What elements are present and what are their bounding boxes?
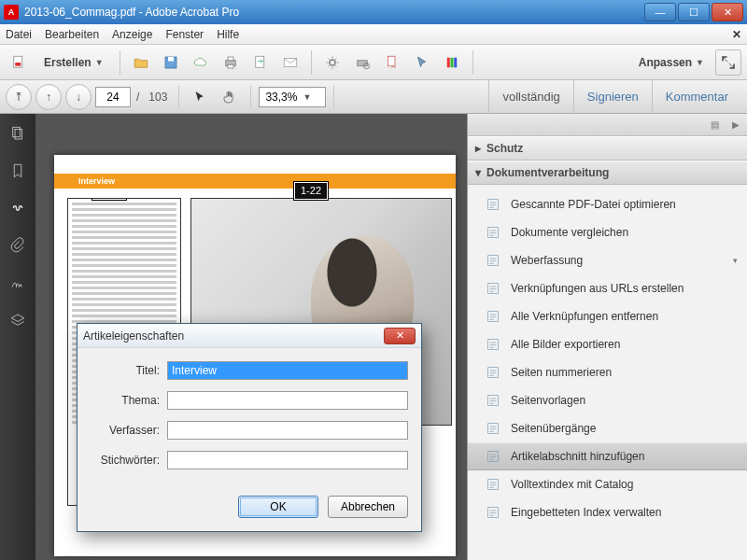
prev-page-icon[interactable]: ↑ bbox=[35, 84, 62, 110]
panel-item-0[interactable]: Gescannte PDF-Datei optimieren bbox=[468, 190, 747, 218]
panel-item-4[interactable]: Alle Verknüpfungen entfernen bbox=[468, 302, 747, 330]
panel-collapse-icon[interactable]: ▶ bbox=[732, 119, 740, 130]
print-settings-icon[interactable] bbox=[349, 49, 375, 76]
panel-item-11[interactable]: Eingebetteten Index verwalten bbox=[468, 498, 747, 526]
link-vollstandig[interactable]: vollständig bbox=[488, 80, 572, 114]
thumbnails-icon[interactable] bbox=[7, 123, 28, 144]
number-pages-icon bbox=[485, 364, 501, 381]
article-badge[interactable]: 1-20 bbox=[92, 198, 126, 200]
input-titel[interactable] bbox=[167, 361, 408, 380]
app-icon: A bbox=[4, 5, 19, 20]
window-titlebar: A 2013-06_Commag.pdf - Adobe Acrobat Pro… bbox=[0, 0, 747, 24]
svg-rect-27 bbox=[488, 452, 499, 462]
signatures-icon[interactable] bbox=[7, 273, 28, 293]
bookmarks-icon[interactable] bbox=[7, 161, 28, 181]
articles-icon[interactable] bbox=[7, 198, 28, 218]
link-kommentar[interactable]: Kommentar bbox=[652, 80, 741, 114]
color-tool-icon[interactable] bbox=[439, 49, 465, 76]
input-verfasser[interactable] bbox=[167, 421, 408, 440]
panel-item-6[interactable]: Seiten nummerieren bbox=[468, 358, 747, 386]
save-icon[interactable] bbox=[158, 49, 184, 76]
gear-icon[interactable] bbox=[319, 49, 345, 76]
input-thema[interactable] bbox=[167, 391, 408, 410]
link-create-icon bbox=[485, 280, 501, 297]
panel-item-1[interactable]: Dokumente vergleichen bbox=[468, 218, 747, 246]
next-page-icon[interactable]: ↓ bbox=[65, 84, 92, 110]
panel-item-5[interactable]: Alle Bilder exportieren bbox=[468, 330, 747, 358]
open-icon[interactable] bbox=[128, 49, 154, 76]
svg-rect-5 bbox=[228, 57, 233, 61]
section-schutz[interactable]: ▸Schutz bbox=[468, 136, 747, 161]
svg-rect-21 bbox=[488, 284, 499, 294]
maximize-button[interactable]: ☐ bbox=[678, 3, 710, 21]
scanner-icon bbox=[485, 196, 501, 213]
ok-button[interactable]: OK bbox=[238, 496, 318, 518]
panel-item-10[interactable]: Volltextindex mit Catalog bbox=[468, 470, 747, 498]
panel-item-label: Artikelabschnitt hinzufügen bbox=[511, 450, 644, 463]
share-icon[interactable] bbox=[247, 49, 274, 76]
menu-hilfe[interactable]: Hilfe bbox=[217, 28, 239, 41]
panel-item-label: Alle Verknüpfungen entfernen bbox=[511, 310, 658, 323]
menu-anzeige[interactable]: Anzeige bbox=[112, 28, 152, 41]
panel-item-label: Dokumente vergleichen bbox=[511, 226, 628, 239]
navigation-toolbar: ⤒ ↑ ↓ / 103 33,3%▼ vollständig Signieren… bbox=[0, 80, 747, 114]
menu-bearbeiten[interactable]: Bearbeiten bbox=[45, 28, 99, 41]
dialog-titlebar[interactable]: Artikeleigenschaften ✕ bbox=[78, 324, 421, 348]
article-add-icon bbox=[485, 448, 501, 465]
page-section-label: Interview bbox=[71, 174, 122, 189]
section-dokumentverarbeitung[interactable]: ▾Dokumentverarbeitung bbox=[468, 161, 747, 185]
email-icon[interactable] bbox=[277, 49, 303, 76]
menu-datei[interactable]: Datei bbox=[6, 28, 32, 41]
create-button[interactable]: Erstellen▼ bbox=[35, 49, 112, 76]
chevron-right-icon: ▸ bbox=[475, 142, 481, 155]
create-pdf-icon[interactable] bbox=[6, 49, 32, 76]
minimize-button[interactable]: — bbox=[644, 3, 676, 21]
document-close-icon[interactable]: ✕ bbox=[732, 28, 741, 41]
svg-rect-6 bbox=[228, 64, 233, 68]
chevron-down-icon: ▾ bbox=[733, 256, 738, 265]
cancel-button[interactable]: Abbrechen bbox=[328, 496, 408, 518]
dialog-close-button[interactable]: ✕ bbox=[384, 328, 416, 344]
input-stichworter[interactable] bbox=[167, 451, 408, 469]
customize-button[interactable]: Anpassen▼ bbox=[631, 49, 712, 76]
svg-rect-1 bbox=[15, 63, 21, 66]
panel-item-3[interactable]: Verknüpfungen aus URLs erstellen bbox=[468, 274, 747, 302]
panel-item-2[interactable]: Weberfassung▾ bbox=[468, 246, 747, 274]
svg-rect-19 bbox=[488, 228, 499, 238]
svg-rect-23 bbox=[488, 340, 499, 350]
label-verfasser: Verfasser: bbox=[91, 424, 160, 437]
panel-item-8[interactable]: Seitenübergänge bbox=[468, 414, 747, 442]
layers-icon[interactable] bbox=[7, 310, 28, 330]
chevron-down-icon: ▼ bbox=[696, 58, 704, 67]
attachments-icon[interactable] bbox=[7, 235, 28, 256]
zoom-combo[interactable]: 33,3%▼ bbox=[259, 87, 326, 107]
page-sep: / bbox=[136, 91, 139, 104]
page-extract-icon[interactable] bbox=[379, 49, 405, 76]
hand-tool-icon[interactable] bbox=[217, 84, 243, 110]
chevron-down-icon: ▼ bbox=[303, 92, 321, 102]
panel-item-label: Verknüpfungen aus URLs erstellen bbox=[511, 282, 684, 295]
print-icon[interactable] bbox=[218, 49, 244, 76]
svg-point-9 bbox=[330, 60, 335, 65]
svg-rect-26 bbox=[488, 424, 499, 434]
link-remove-icon bbox=[485, 308, 501, 325]
svg-rect-18 bbox=[488, 200, 499, 210]
close-button[interactable]: ✕ bbox=[712, 3, 743, 21]
selection-cursor-icon[interactable] bbox=[187, 84, 213, 110]
embedded-index-icon bbox=[485, 504, 501, 521]
panel-item-7[interactable]: Seitenvorlagen bbox=[468, 386, 747, 414]
article-badge[interactable]: 1-22 bbox=[294, 182, 328, 200]
panel-item-9[interactable]: Artikelabschnitt hinzufügen bbox=[468, 442, 747, 470]
first-page-icon[interactable]: ⤒ bbox=[6, 84, 32, 110]
fullscreen-icon[interactable] bbox=[715, 49, 741, 76]
panel-item-label: Alle Bilder exportieren bbox=[511, 338, 620, 351]
link-signieren[interactable]: Signieren bbox=[573, 80, 652, 114]
menu-fenster[interactable]: Fenster bbox=[165, 28, 204, 41]
cloud-icon[interactable] bbox=[188, 49, 214, 76]
svg-rect-16 bbox=[13, 127, 21, 137]
section-label: Dokumentverarbeitung bbox=[486, 166, 609, 179]
panel-menu-icon[interactable]: ▤ bbox=[711, 119, 719, 130]
page-number-input[interactable] bbox=[95, 87, 131, 107]
customize-label: Anpassen bbox=[639, 56, 692, 69]
select-tool-icon[interactable] bbox=[409, 49, 435, 76]
